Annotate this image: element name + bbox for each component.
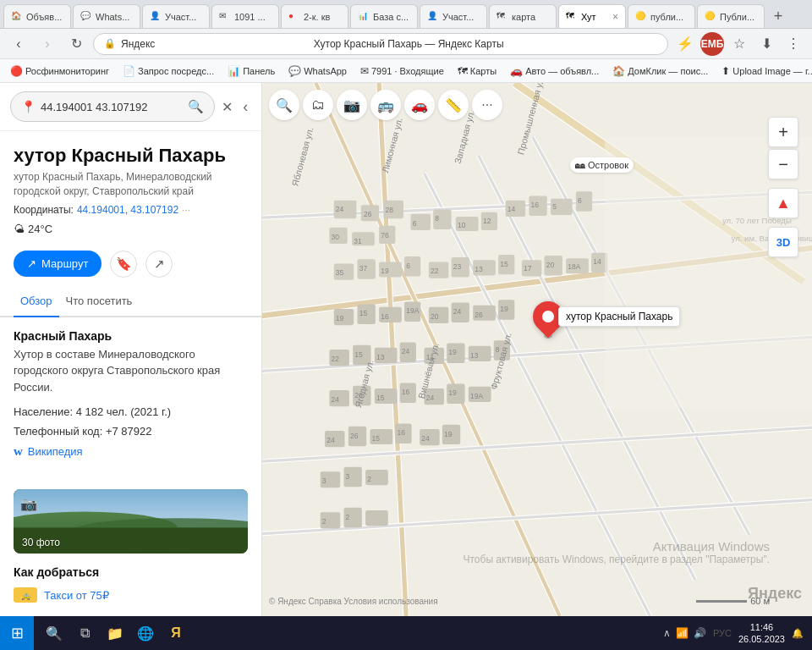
menu-button[interactable]: ⋮: [782, 32, 805, 56]
tab-6[interactable]: 👤 Участ...: [420, 4, 487, 28]
population-value: 4 182 чел. (2021 г.): [76, 405, 171, 418]
start-button[interactable]: ⊞: [0, 616, 34, 650]
compass-button[interactable]: ▲: [768, 188, 798, 218]
collapse-panel-button[interactable]: ‹: [240, 95, 252, 118]
wiki-link[interactable]: w Википедия: [14, 444, 248, 459]
taskbar: ⊞ 🔍 ⧉ 📁 🌐 Я ∧ 📶 🔊 РУС 11:46 26.05.2023 🔔: [0, 616, 812, 650]
svg-text:24: 24: [421, 434, 430, 443]
route-button[interactable]: ↗ Маршрут: [14, 251, 102, 277]
svg-text:15: 15: [500, 260, 508, 268]
taskbar-icons: 🔍 ⧉ 📁 🌐 Я: [34, 620, 196, 647]
tab-label-5: База с...: [373, 12, 409, 22]
tab-label-1: Whats...: [96, 12, 129, 22]
taskbar-arrow-icon[interactable]: ∧: [663, 627, 671, 639]
taskbar-network-icon[interactable]: 📶: [676, 627, 689, 639]
search-input[interactable]: [41, 101, 183, 113]
search-close-button[interactable]: ✕: [222, 95, 233, 118]
tab-overview[interactable]: Обзор: [14, 286, 59, 317]
svg-text:11: 11: [426, 353, 435, 361]
population-line: Население: 4 182 чел. (2021 г.): [14, 405, 248, 418]
bookmark-label-7: ДомКлик — поис...: [628, 66, 708, 76]
tab-1[interactable]: 💬 Whats...: [73, 4, 140, 28]
share-button[interactable]: ↗: [145, 251, 173, 278]
bookmark-maps[interactable]: 🗺 Карты: [454, 63, 500, 79]
nav-bar: ‹ › ↻ 🔒 Яндекс Хутор Красный Пахарь — Ян…: [0, 29, 812, 59]
bookmark-avto[interactable]: 🚗 Авто — объявл...: [507, 63, 602, 79]
tab-8[interactable]: 🗺 Хут ×: [558, 4, 626, 28]
bookmark-rosfinmon[interactable]: 🔴 Росфинмониторинг: [7, 63, 112, 79]
bookmark-button[interactable]: ☆: [727, 32, 751, 56]
taskbar-search[interactable]: 🔍: [41, 620, 68, 647]
scale-bar: [696, 600, 747, 603]
account-button[interactable]: ЕМБ: [700, 32, 724, 56]
bookmark-icon-8: ⬆: [721, 65, 730, 77]
svg-text:2: 2: [367, 475, 371, 483]
new-tab-button[interactable]: +: [766, 4, 790, 28]
bookmark-place-button[interactable]: 🔖: [110, 251, 137, 278]
bookmark-upload[interactable]: ⬆ Upload Image — г...: [718, 63, 812, 79]
map-controls: + − ▲ 3D: [768, 117, 798, 257]
taskbar-lang-badge[interactable]: РУС: [713, 628, 732, 638]
map-ruler-button[interactable]: 📏: [438, 90, 469, 120]
svg-text:19: 19: [448, 348, 457, 356]
taskbar-notification[interactable]: 🔔: [792, 628, 804, 639]
bookmark-whatsapp[interactable]: 💬 WhatsApp: [285, 63, 350, 79]
coords-more[interactable]: ···: [182, 204, 190, 216]
phone-line: Телефонный код: +7 87922: [14, 425, 248, 438]
tab-9[interactable]: 🟡 публи...: [628, 4, 695, 28]
tab-visit[interactable]: Что посетить: [59, 286, 140, 317]
download-button[interactable]: ⬇: [754, 32, 778, 56]
extensions-button[interactable]: ⚡: [673, 32, 697, 56]
map-area[interactable]: Яблоневая ул. Лимонная ул. Западная ул. …: [262, 83, 812, 616]
bookmark-zapros[interactable]: 📄 Запрос посредс...: [119, 63, 217, 79]
reload-button[interactable]: ↻: [64, 32, 88, 56]
search-icon[interactable]: 🔍: [188, 99, 204, 114]
map-transit-button[interactable]: 🚌: [370, 90, 401, 120]
address-bar[interactable]: 🔒 Яндекс Хутор Красный Пахарь — Яндекс К…: [93, 33, 668, 55]
map-pin[interactable]: хутор Красный Пахарь: [533, 301, 563, 339]
tab-7[interactable]: 🗺 карта: [489, 4, 557, 28]
map-more-button[interactable]: ···: [472, 90, 502, 120]
svg-text:16: 16: [397, 428, 405, 437]
svg-text:12: 12: [483, 217, 491, 225]
tab-2[interactable]: 👤 Участ...: [142, 4, 210, 28]
tab-4[interactable]: ● 2-к. кв: [281, 4, 348, 28]
tab-0[interactable]: 🏠 Объяв...: [3, 4, 71, 28]
zoom-in-button[interactable]: +: [768, 117, 798, 147]
map-camera-button[interactable]: 📷: [337, 90, 367, 120]
zoom-out-button[interactable]: −: [768, 149, 798, 179]
svg-text:6: 6: [406, 262, 410, 270]
svg-text:19A: 19A: [470, 392, 483, 400]
taskbar-browser[interactable]: 🌐: [132, 620, 159, 647]
bookmark-mail[interactable]: ✉ 7991 · Входящие: [357, 63, 447, 79]
bookmark-domklik[interactable]: 🏠 ДомКлик — поис...: [609, 63, 711, 79]
svg-text:6: 6: [578, 196, 582, 205]
bookmark-panel[interactable]: 📊 Панель: [224, 63, 278, 79]
map-road-button[interactable]: 🚗: [404, 90, 435, 120]
taxi-link[interactable]: Такси от 75₽: [44, 589, 109, 602]
svg-text:2: 2: [346, 513, 350, 521]
3d-button[interactable]: 3D: [768, 227, 798, 257]
svg-text:24: 24: [453, 307, 462, 316]
svg-text:5: 5: [552, 202, 557, 211]
map-layers-button[interactable]: 🗂: [303, 90, 333, 120]
tab-3[interactable]: ✉ 1091 ...: [211, 4, 279, 28]
svg-text:6: 6: [413, 219, 417, 228]
taskbar-taskview[interactable]: ⧉: [71, 620, 98, 647]
svg-text:15: 15: [376, 394, 385, 402]
taskbar-yandex[interactable]: Я: [162, 620, 189, 647]
tab-label-0: Объяв...: [26, 12, 62, 22]
forward-button[interactable]: ›: [36, 32, 59, 56]
back-button[interactable]: ‹: [7, 32, 30, 56]
map-scale: 60 м: [696, 596, 770, 606]
coords-value: 44.194001, 43.107192: [77, 204, 178, 216]
scale-label: 60 м: [750, 596, 770, 606]
photo-block[interactable]: 📷 30 фото: [14, 489, 248, 554]
map-search-button[interactable]: 🔍: [269, 90, 299, 120]
tab-5[interactable]: 📊 База с...: [350, 4, 418, 28]
taskbar-file[interactable]: 📁: [102, 620, 129, 647]
tab-10[interactable]: 🟡 Публи...: [697, 4, 765, 28]
tab-close-8[interactable]: ×: [612, 11, 618, 23]
search-input-wrap[interactable]: 📍 🔍: [10, 91, 215, 122]
taskbar-sound-icon[interactable]: 🔊: [694, 627, 706, 639]
